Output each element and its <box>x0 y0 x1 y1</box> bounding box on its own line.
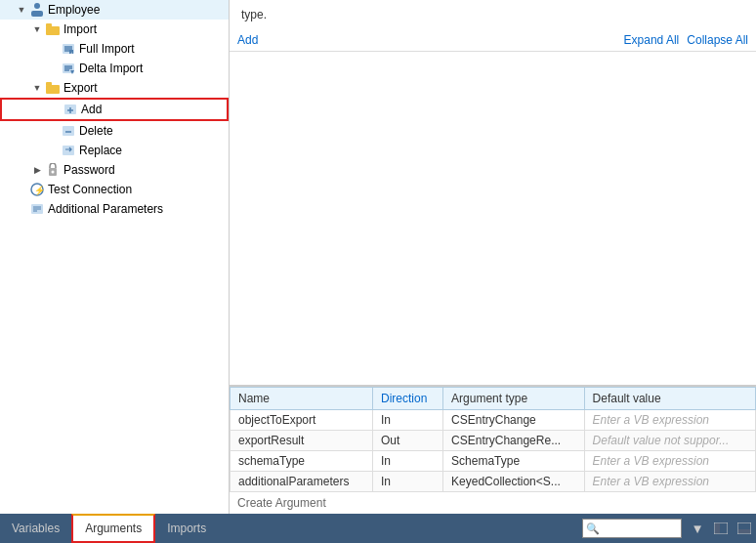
cell-direction: In <box>373 451 443 472</box>
sidebar-item-full-import[interactable]: ▶ + Full Import <box>0 39 229 59</box>
svg-rect-15 <box>46 85 60 94</box>
table-row: additionalParametersInKeyedCollection<S.… <box>231 472 756 492</box>
collapse-all-link[interactable]: Collapse All <box>687 33 748 47</box>
cell-direction: In <box>373 410 443 431</box>
svg-text:⚡: ⚡ <box>34 185 44 196</box>
cell-direction: In <box>373 472 443 492</box>
import-icon <box>45 21 61 37</box>
tab-imports-label: Imports <box>167 522 206 535</box>
cell-direction: Out <box>373 431 443 451</box>
svg-point-24 <box>52 171 55 174</box>
scrollable-area[interactable] <box>230 52 756 386</box>
cell-name: schemaType <box>231 451 373 472</box>
cell-default: Enter a VB expression <box>584 472 755 492</box>
table-row: exportResultOutCSEntryChangeRe...Default… <box>231 431 756 451</box>
tab-variables-label: Variables <box>12 522 60 535</box>
col-argtype: Argument type <box>443 388 585 410</box>
add-link[interactable]: Add <box>237 33 258 47</box>
sidebar-item-test-connection[interactable]: ▶ ⚡ Test Connection <box>0 180 229 199</box>
svg-rect-22 <box>63 146 74 155</box>
sidebar-item-delete-label: Delete <box>79 124 113 138</box>
svg-rect-16 <box>46 82 52 86</box>
sidebar-item-delete[interactable]: ▶ Delete <box>0 121 229 141</box>
cell-argtype: SchemaType <box>443 451 585 472</box>
scrollable-content <box>230 52 756 228</box>
sidebar-item-employee-label: Employee <box>48 3 100 17</box>
tab-imports[interactable]: Imports <box>155 514 218 543</box>
bottom-tab-bar: Variables Arguments Imports 🔍 ▼ <box>0 514 756 543</box>
replace-icon <box>61 143 76 158</box>
delete-icon <box>61 123 76 139</box>
expand-arrow-employee: ▼ <box>16 4 27 16</box>
table-row: schemaTypeInSchemaTypeEnter a VB express… <box>231 451 756 472</box>
cell-default: Default value not suppor... <box>584 431 755 451</box>
cell-name: additionalParameters <box>231 472 373 492</box>
sidebar-item-password[interactable]: ▶ Password <box>0 160 229 180</box>
sidebar-item-employee[interactable]: ▼ Employee <box>0 0 229 20</box>
sidebar-item-password-label: Password <box>63 163 115 177</box>
cell-argtype: KeyedCollection<S... <box>443 472 585 492</box>
export-icon <box>45 80 61 96</box>
sidebar-item-delta-import[interactable]: ▶ Delta Import <box>0 59 229 78</box>
employee-icon <box>29 2 45 18</box>
toolbar-right: Expand All Collapse All <box>624 33 748 47</box>
sidebar-item-delta-import-label: Delta Import <box>79 62 143 75</box>
panel-btn-1[interactable] <box>709 519 733 538</box>
cell-default: Enter a VB expression <box>584 410 755 431</box>
cell-default: Enter a VB expression <box>584 451 755 472</box>
arguments-table: Name Direction Argument type Default val… <box>230 387 756 492</box>
toolbar-left: Add <box>237 33 258 47</box>
tab-variables[interactable]: Variables <box>0 514 71 543</box>
cell-argtype: CSEntryChange <box>443 410 585 431</box>
sidebar-item-replace[interactable]: ▶ Replace <box>0 141 229 160</box>
search-input[interactable] <box>603 522 681 534</box>
col-name: Name <box>231 388 373 410</box>
test-connection-icon: ⚡ <box>29 182 45 197</box>
svg-rect-1 <box>31 11 43 17</box>
sidebar-item-full-import-label: Full Import <box>79 42 135 56</box>
content-area: type. Add Expand All Collapse All Name D… <box>230 0 756 514</box>
panel-btn-2[interactable] <box>733 519 756 538</box>
delta-import-icon <box>61 61 76 76</box>
expand-arrow-export: ▼ <box>31 82 43 94</box>
col-default: Default value <box>584 388 755 410</box>
search-box: 🔍 <box>582 519 682 538</box>
add-icon <box>63 102 78 117</box>
search-dropdown-btn[interactable]: ▼ <box>686 519 709 538</box>
svg-rect-34 <box>738 529 750 533</box>
svg-rect-2 <box>46 26 60 35</box>
sidebar-item-additional-params-label: Additional Parameters <box>48 202 163 216</box>
sidebar-item-add[interactable]: ▶ Add <box>0 98 229 121</box>
sidebar-item-import-label: Import <box>63 22 97 36</box>
sidebar-item-replace-label: Replace <box>79 144 122 157</box>
sidebar-item-export-label: Export <box>63 81 98 95</box>
cell-argtype: CSEntryChangeRe... <box>443 431 585 451</box>
cell-name: exportResult <box>231 431 373 451</box>
svg-rect-20 <box>63 126 74 136</box>
tab-arguments-label: Arguments <box>85 522 142 535</box>
col-direction: Direction <box>373 388 443 410</box>
expand-arrow-password: ▶ <box>31 164 43 176</box>
additional-params-icon <box>29 201 45 217</box>
sidebar: ▼ Employee ▼ Import ▶ + Full Import ▶ <box>0 0 230 514</box>
sidebar-item-additional-params[interactable]: ▶ Additional Parameters <box>0 199 229 219</box>
tab-arguments[interactable]: Arguments <box>71 514 155 543</box>
search-icon: 🔍 <box>583 522 603 535</box>
svg-rect-32 <box>715 523 720 533</box>
content-description: type. <box>230 0 756 29</box>
sidebar-item-import[interactable]: ▼ Import <box>0 20 229 39</box>
cell-name: objectToExport <box>231 410 373 431</box>
arguments-table-container: Name Direction Argument type Default val… <box>230 386 756 514</box>
sidebar-item-test-connection-label: Test Connection <box>48 183 132 196</box>
password-icon <box>45 162 61 178</box>
svg-rect-0 <box>34 3 40 9</box>
expand-all-link[interactable]: Expand All <box>624 33 680 47</box>
svg-rect-3 <box>46 23 52 27</box>
sidebar-item-export[interactable]: ▼ Export <box>0 78 229 98</box>
expand-arrow-import: ▼ <box>31 23 43 35</box>
create-argument[interactable]: Create Argument <box>230 492 756 514</box>
sidebar-item-add-label: Add <box>81 103 102 116</box>
toolbar: Add Expand All Collapse All <box>230 29 756 52</box>
full-import-icon: + <box>61 41 76 57</box>
table-row: objectToExportInCSEntryChangeEnter a VB … <box>231 410 756 431</box>
